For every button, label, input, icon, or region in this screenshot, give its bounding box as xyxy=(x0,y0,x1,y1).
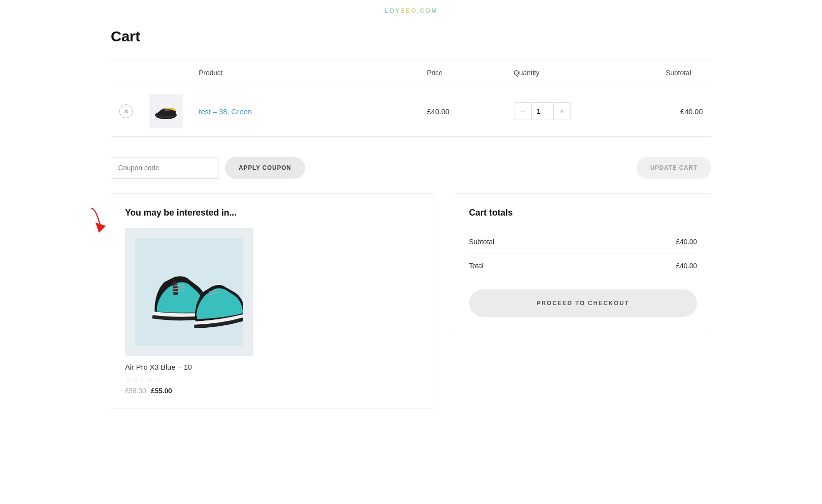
quantity-cell: − + xyxy=(506,86,623,137)
col-remove-header xyxy=(111,60,141,86)
recommended-product-price: £58.00 £55.00 xyxy=(125,387,253,395)
total-label: Total xyxy=(469,262,484,270)
recommended-product-card[interactable]: Air Pro X3 Blue – 10 ☆ ☆ ☆ ☆ ☆ £58.00 £5… xyxy=(125,228,253,395)
bottom-section: You may be interested in... xyxy=(111,193,711,409)
table-row: ✕ xyxy=(111,86,711,137)
price-sale: £55.00 xyxy=(151,387,172,395)
col-product-header: Product xyxy=(191,60,419,86)
coupon-input[interactable] xyxy=(111,157,219,179)
update-cart-button[interactable]: UPDATE CART xyxy=(636,157,711,179)
remove-cell: ✕ xyxy=(111,86,141,137)
price-original: £58.00 xyxy=(125,387,146,395)
star-4: ☆ xyxy=(147,375,154,383)
interested-section: You may be interested in... xyxy=(111,193,435,409)
product-price-cell: £40.00 xyxy=(419,86,506,137)
product-subtotal-cell: £40.00 xyxy=(623,86,711,137)
quantity-control: − + xyxy=(514,102,571,120)
page-title: Cart xyxy=(111,28,711,45)
star-2: ☆ xyxy=(132,375,139,383)
product-name-cell: test – 38, Green xyxy=(191,86,419,137)
col-quantity-header: Quantity xyxy=(506,60,623,86)
star-1: ☆ xyxy=(125,375,131,383)
col-subtotal-header: Subtotal xyxy=(623,60,711,86)
site-header: LOYSEO.COM xyxy=(0,0,822,18)
total-value: £40.00 xyxy=(676,262,697,270)
subtotal-row: Subtotal £40.00 xyxy=(469,230,697,254)
site-logo[interactable]: LOYSEO.COM xyxy=(384,7,438,14)
quantity-plus-button[interactable]: + xyxy=(554,103,570,120)
product-thumbnail xyxy=(149,94,183,128)
interested-title: You may be interested in... xyxy=(125,208,421,218)
star-rating: ☆ ☆ ☆ ☆ ☆ xyxy=(125,375,253,383)
cart-table: Product Price Quantity Subtotal ✕ xyxy=(111,60,711,137)
coupon-row: APPLY COUPON UPDATE CART xyxy=(111,147,711,189)
quantity-minus-button[interactable]: − xyxy=(514,103,531,120)
svg-rect-2 xyxy=(164,109,171,110)
star-5: ☆ xyxy=(155,375,161,383)
remove-item-button[interactable]: ✕ xyxy=(119,104,133,118)
product-thumb-cell xyxy=(141,86,191,137)
col-thumb-header xyxy=(141,60,191,86)
svg-rect-3 xyxy=(164,110,170,111)
product-link[interactable]: test – 38, Green xyxy=(199,107,252,116)
col-price-header: Price xyxy=(419,60,506,86)
subtotal-label: Subtotal xyxy=(469,238,494,246)
recommended-product-thumb xyxy=(135,238,243,346)
proceed-to-checkout-button[interactable]: PROCEED TO CHECKOUT xyxy=(469,289,697,317)
product-thumb-image xyxy=(150,95,182,127)
cart-totals-section: Cart totals Subtotal £40.00 Total £40.00… xyxy=(455,193,711,331)
apply-coupon-button[interactable]: APPLY COUPON xyxy=(225,157,305,179)
cart-totals-title: Cart totals xyxy=(469,208,697,218)
recommended-product-image xyxy=(125,228,253,356)
total-row: Total £40.00 xyxy=(469,254,697,278)
recommended-product-name: Air Pro X3 Blue – 10 xyxy=(125,363,253,371)
star-3: ☆ xyxy=(140,375,146,383)
subtotal-value: £40.00 xyxy=(676,238,697,246)
quantity-input[interactable] xyxy=(531,103,554,120)
coupon-left: APPLY COUPON xyxy=(111,157,305,179)
cart-table-wrapper: Product Price Quantity Subtotal ✕ xyxy=(111,60,711,137)
